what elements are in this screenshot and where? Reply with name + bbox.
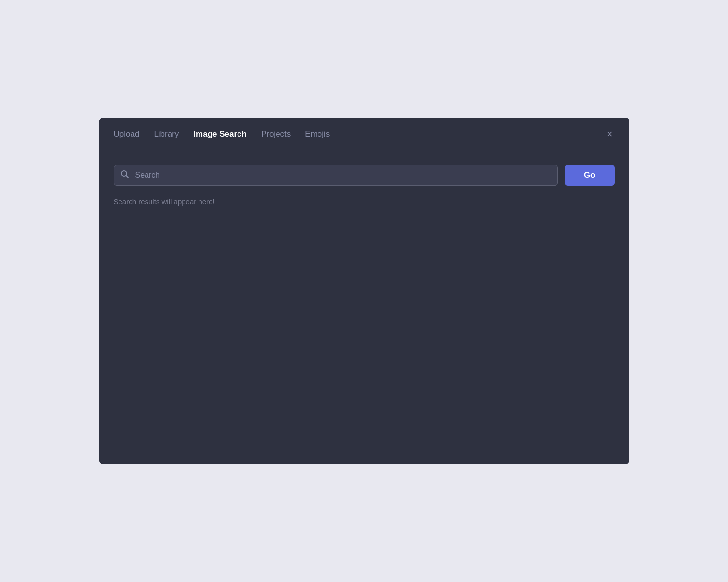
search-input[interactable]	[114, 165, 558, 186]
modal-body: Go Search results will appear here!	[99, 151, 629, 464]
modal-header: Upload Library Image Search Projects Emo…	[99, 118, 629, 151]
tab-emojis[interactable]: Emojis	[305, 128, 330, 141]
search-input-wrapper	[114, 165, 558, 186]
tab-projects[interactable]: Projects	[261, 128, 291, 141]
close-button[interactable]: ×	[605, 127, 615, 142]
search-results-placeholder: Search results will appear here!	[114, 197, 615, 206]
tab-upload[interactable]: Upload	[114, 128, 140, 141]
nav-tabs: Upload Library Image Search Projects Emo…	[114, 128, 615, 141]
search-row: Go	[114, 165, 615, 186]
tab-library[interactable]: Library	[154, 128, 179, 141]
tab-image-search[interactable]: Image Search	[193, 128, 247, 141]
modal-container: Upload Library Image Search Projects Emo…	[99, 118, 629, 464]
go-button[interactable]: Go	[565, 165, 615, 186]
